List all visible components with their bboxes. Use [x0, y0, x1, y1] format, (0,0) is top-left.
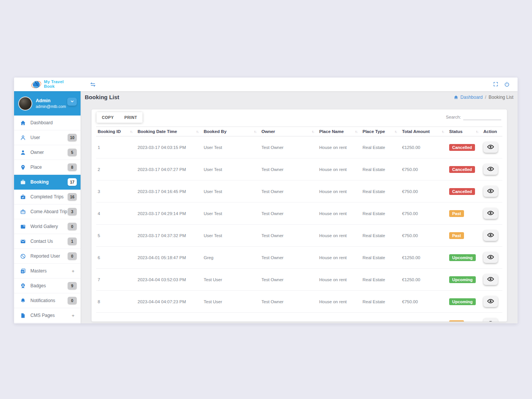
cell-place_name: House on rent — [318, 225, 361, 247]
column-header-booked-by[interactable]: Booked By↑↓ — [202, 127, 260, 136]
cell-id: 6 — [96, 247, 136, 269]
sidebar-item-masters[interactable]: Masters+ — [14, 264, 81, 279]
view-booking-button[interactable] — [483, 164, 498, 175]
status-badge: Upcoming — [449, 276, 476, 283]
cell-datetime: 2023-04-04 04:07:23 PM — [136, 291, 202, 313]
column-header-booking-date-time[interactable]: Booking Date Time↑↓ — [136, 127, 202, 136]
cell-amount: €1750.00 — [401, 313, 448, 322]
sidebar-item-place[interactable]: Place8 — [14, 160, 81, 175]
sort-icon: ↑↓ — [394, 130, 397, 134]
sidebar-item-cms-pages[interactable]: CMS Pages+ — [14, 308, 81, 323]
cell-place_type: Real Estate — [361, 225, 401, 247]
power-icon[interactable] — [504, 82, 510, 87]
count-badge: 3 — [68, 208, 77, 215]
sidebar-item-world-gallery[interactable]: World Gallery0 — [14, 219, 81, 234]
sidebar-item-booking[interactable]: Booking17 — [14, 175, 81, 190]
cell-place_name: House on rent — [318, 269, 361, 291]
column-header-label: Total Amount — [402, 129, 430, 134]
view-booking-button[interactable] — [483, 230, 498, 241]
page-header: Booking List Dashboard / Booking List — [81, 91, 518, 103]
view-booking-button[interactable] — [483, 186, 498, 197]
cell-id: 7 — [96, 269, 136, 291]
sidebar-item-label: Notifications — [30, 298, 55, 303]
view-booking-button[interactable] — [483, 142, 498, 153]
column-header-total-amount[interactable]: Total Amount↑↓ — [401, 127, 448, 136]
bell-icon — [20, 298, 26, 304]
cell-owner: Test Owner — [260, 313, 318, 322]
table-row: 92023-04-06 04:35:10 PMtom hollandTest O… — [96, 313, 502, 322]
cell-id: 3 — [96, 180, 136, 203]
badge-icon — [20, 283, 26, 289]
cell-owner: Test Owner — [260, 225, 318, 247]
sidebar-item-label: Come Aboard Trip — [30, 209, 67, 214]
sidebar-item-reported-user[interactable]: Reported User0 — [14, 249, 81, 264]
sidebar-item-completed-trips[interactable]: Completed Trips16 — [14, 190, 81, 204]
cell-datetime: 2023-03-17 04:03:15 PM — [136, 136, 202, 158]
eye-icon — [487, 211, 494, 217]
booking-list-card: COPY PRINT Search: Booking ID↑↓Booking D… — [92, 109, 507, 321]
profile-chevron-button[interactable] — [67, 98, 77, 106]
column-header-place-type[interactable]: Place Type↑↓ — [361, 127, 401, 136]
cell-place_type: Real Estate — [361, 203, 401, 225]
main-content: Booking List Dashboard / Booking List CO… — [81, 91, 518, 323]
cell-amount: €750.00 — [401, 225, 448, 247]
column-header-owner[interactable]: Owner↑↓ — [260, 127, 318, 136]
sidebar-item-label: Contact Us — [30, 239, 53, 244]
sort-icon: ↑↓ — [476, 130, 478, 134]
view-booking-button[interactable] — [483, 208, 498, 219]
eye-icon — [487, 166, 494, 173]
sort-icon: ↑↓ — [442, 130, 444, 134]
user-icon — [20, 135, 26, 141]
sidebar-item-come-aboard-trip[interactable]: Come Aboard Trip3 — [14, 204, 81, 219]
sort-icon: ↑↓ — [130, 130, 132, 134]
cell-amount: €750.00 — [401, 180, 448, 203]
sidebar-item-label: CMS Pages — [30, 313, 55, 318]
print-button[interactable]: PRINT — [119, 112, 142, 123]
cell-place_type: Real Estate — [361, 269, 401, 291]
cell-place_type: Real Estate — [361, 158, 401, 180]
copy-button[interactable]: COPY — [97, 112, 119, 123]
column-header-label: Place Name — [319, 129, 344, 134]
sidebar-item-owner[interactable]: Owner5 — [14, 145, 81, 160]
sidebar-item-label: Owner — [30, 150, 44, 155]
place-icon — [20, 165, 26, 170]
status-badge: Past — [449, 210, 464, 217]
column-header-status[interactable]: Status↑↓ — [448, 127, 482, 136]
brand-logo: My Travel Book — [14, 79, 81, 90]
cell-amount: €750.00 — [401, 203, 448, 225]
cell-amount: €1250.00 — [401, 136, 448, 158]
avatar — [18, 97, 32, 111]
topbar-actions — [493, 82, 518, 87]
view-booking-button[interactable] — [483, 318, 498, 321]
breadcrumb-dashboard-link[interactable]: Dashboard — [461, 95, 483, 100]
sidebar-item-notifications[interactable]: Notifications0 — [14, 293, 81, 308]
cell-owner: Test Owner — [260, 158, 318, 180]
view-booking-button[interactable] — [483, 296, 498, 307]
column-header-label: Status — [449, 129, 462, 134]
column-header-place-name[interactable]: Place Name↑↓ — [318, 127, 361, 136]
eye-icon — [487, 255, 494, 261]
view-booking-button[interactable] — [483, 252, 498, 263]
booking-table: Booking ID↑↓Booking Date Time↑↓Booked By… — [96, 127, 502, 321]
view-booking-button[interactable] — [483, 274, 498, 285]
sidebar-item-badges[interactable]: Badges9 — [14, 279, 81, 293]
sidebar-item-label: Badges — [30, 283, 46, 288]
sidebar-item-dashboard[interactable]: Dashboard — [14, 116, 81, 130]
status-badge: Upcoming — [449, 298, 476, 305]
sidebar-item-label: Dashboard — [30, 120, 53, 125]
eye-icon — [487, 144, 494, 150]
sidebar-toggle-icon[interactable] — [90, 82, 96, 87]
sidebar-item-user[interactable]: User10 — [14, 130, 81, 145]
column-header-booking-id[interactable]: Booking ID↑↓ — [96, 127, 136, 136]
search-input[interactable] — [463, 113, 501, 120]
cell-owner: Test Owner — [260, 180, 318, 203]
app-window: My Travel Book — [14, 78, 518, 323]
fullscreen-icon[interactable] — [493, 82, 498, 87]
profile-name: Admin — [36, 98, 66, 103]
cell-owner: Test Owner — [260, 247, 318, 269]
cell-amount: €1250.00 — [401, 269, 448, 291]
expand-plus-icon: + — [71, 268, 77, 274]
cell-datetime: 2023-04-06 04:35:10 PM — [136, 313, 202, 322]
sidebar-item-contact-us[interactable]: Contact Us1 — [14, 234, 81, 249]
eye-icon — [487, 188, 494, 195]
